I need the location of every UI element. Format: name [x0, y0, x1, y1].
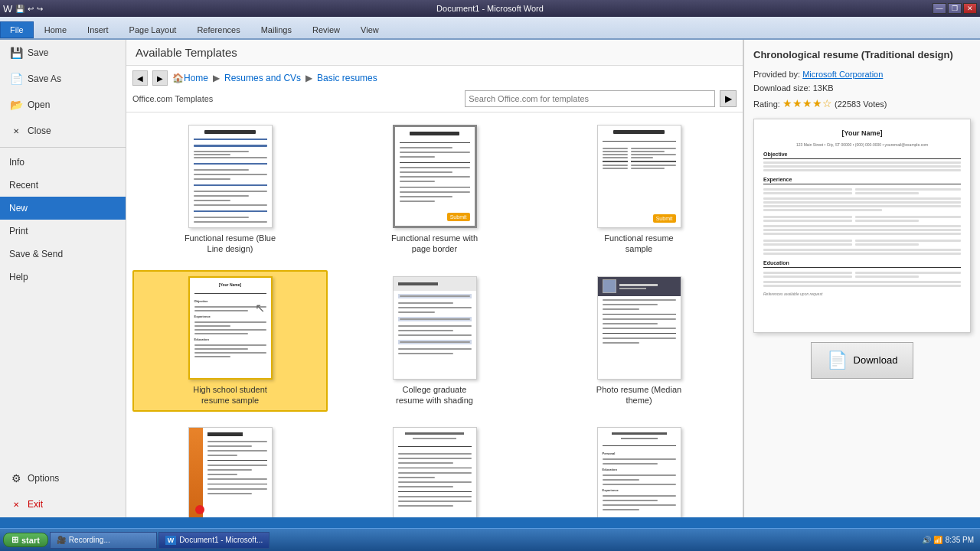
votes-count: (22583 Votes) [835, 99, 887, 109]
sidebar-label-recent: Recent [9, 180, 38, 191]
submit-badge-2: Submit [653, 214, 676, 223]
title-bar-title: Document1 - Microsoft Word [0, 4, 980, 13]
tab-view[interactable]: View [351, 21, 389, 38]
rating-stars: ★★★★☆ [782, 97, 832, 109]
clock: 8:35 PM [946, 536, 974, 544]
template-college[interactable]: College graduate resume with shading [337, 270, 532, 412]
tab-mailings[interactable]: Mailings [251, 21, 302, 38]
qat-redo[interactable]: ↪ [37, 5, 43, 13]
sidebar-item-new[interactable]: New [0, 197, 126, 220]
ribbon-tabs: File Home Insert Page Layout References … [0, 17, 980, 38]
template-cv[interactable]: Personal Education Experience [541, 421, 737, 517]
title-bar-controls: — ❐ ✕ [933, 3, 977, 14]
template-label-hs-student: High school student resume sample [185, 384, 276, 406]
sidebar-item-recent[interactable]: Recent [0, 174, 126, 197]
sidebar-item-save-as[interactable]: 📄 Save As [0, 66, 126, 92]
template-thumb-func-blue [188, 125, 273, 228]
tab-home[interactable]: Home [34, 21, 77, 38]
sidebar-item-exit[interactable]: ✕ Exit [0, 491, 126, 517]
download-button[interactable]: 📄 Download [811, 342, 914, 379]
template-oriel[interactable]: Resume (Oriel theme) [132, 421, 328, 517]
content-wrapper: ◀ ▶ 🏠 Home ▶ Resumes and CVs ▶ Basic res… [126, 66, 743, 517]
open-icon: 📂 [9, 98, 23, 112]
sidebar-item-open[interactable]: 📂 Open [0, 92, 126, 118]
template-func-sample[interactable]: Submit Functional resume sample [541, 119, 737, 261]
template-thumb-cv: Personal Education Experience [597, 427, 681, 517]
sidebar-label-help: Help [9, 272, 28, 282]
sidebar-item-save[interactable]: 💾 Save [0, 40, 126, 66]
sidebar-item-close[interactable]: ✕ Close [0, 118, 126, 144]
template-photo[interactable]: Photo resume (Median theme) [541, 270, 737, 412]
preview-title: Chronological resume (Traditional design… [753, 49, 971, 60]
template-thumb-photo [597, 276, 681, 380]
close-button[interactable]: ✕ [963, 3, 977, 14]
sidebar-item-info[interactable]: Info [0, 151, 126, 174]
tab-page-layout[interactable]: Page Layout [119, 21, 187, 38]
template-func-border[interactable]: Submit Functional resume with page borde… [337, 119, 532, 261]
system-icons: 🔊 📶 [922, 536, 942, 544]
breadcrumb-resumes[interactable]: Resumes and CVs [224, 73, 301, 83]
template-label-photo: Photo resume (Median theme) [593, 384, 685, 406]
save-as-icon: 📄 [9, 72, 23, 86]
taskbar: ⊞ start 🎥 Recording... W Document1 - Mic… [0, 528, 980, 551]
sidebar-item-print[interactable]: Print [0, 220, 126, 243]
breadcrumb-row: ◀ ▶ 🏠 Home ▶ Resumes and CVs ▶ Basic res… [132, 70, 737, 86]
sidebar-item-help[interactable]: Help [0, 266, 126, 289]
recording-icon: 🎥 [57, 536, 66, 544]
sidebar-label-options: Options [28, 473, 59, 484]
sidebar-item-save-send[interactable]: Save & Send [0, 243, 126, 266]
sidebar-label-print: Print [9, 226, 28, 236]
windows-logo: ⊞ [11, 535, 18, 545]
exit-icon: ✕ [9, 497, 23, 511]
template-thumb-func-border: Submit [393, 125, 477, 228]
main-area: 💾 Save 📄 Save As 📂 Open ✕ Close Info Rec… [0, 40, 980, 517]
word-taskbar-label: Document1 - Microsoft... [179, 536, 263, 544]
provided-by-label: Provided by: [753, 70, 802, 79]
taskbar-right: 🔊 📶 8:35 PM [922, 536, 977, 544]
template-label-func-blue: Functional resume (Blue Line design) [185, 233, 276, 255]
template-func-blue[interactable]: Functional resume (Blue Line design) [132, 119, 328, 261]
sidebar-label-new: New [9, 203, 28, 214]
restore-button[interactable]: ❐ [948, 3, 962, 14]
template-thumb-college [393, 276, 477, 380]
taskbar-word[interactable]: W Document1 - Microsoft... [158, 532, 270, 549]
right-panel: Chronological resume (Traditional design… [743, 40, 980, 517]
breadcrumb-home[interactable]: 🏠 Home [172, 73, 208, 83]
tab-file[interactable]: File [0, 21, 34, 38]
breadcrumb-sep1: ▶ [213, 73, 220, 83]
template-entry[interactable]: Entry-level resume reference sheet [337, 421, 532, 517]
qat-save[interactable]: 💾 [15, 5, 24, 13]
template-grid: Functional resume (Blue Line design) [126, 112, 743, 517]
tab-references[interactable]: References [187, 21, 250, 38]
template-hs-student[interactable]: [Your Name] Objective Experience Educati… [132, 270, 328, 412]
submit-badge-1: Submit [447, 213, 470, 221]
oriel-dot [195, 505, 204, 514]
template-label-func-sample: Functional resume sample [593, 233, 685, 255]
search-button[interactable]: ▶ [720, 90, 737, 107]
sidebar-label-open: Open [28, 99, 50, 110]
qat-undo[interactable]: ↩ [28, 5, 34, 13]
word-taskbar-icon: W [165, 536, 177, 545]
sidebar-item-options[interactable]: ⚙ Options [0, 465, 126, 491]
sidebar-label-save-send: Save & Send [9, 249, 63, 259]
content-header: Available Templates [126, 40, 743, 66]
preview-objective-section: Objective [763, 151, 961, 159]
breadcrumb-basic[interactable]: Basic resumes [317, 73, 377, 83]
title-bar: W 💾 ↩ ↪ Document1 - Microsoft Word — ❐ ✕ [0, 0, 980, 17]
minimize-button[interactable]: — [933, 3, 946, 14]
taskbar-recording[interactable]: 🎥 Recording... [50, 532, 157, 549]
template-thumb-entry [393, 427, 477, 517]
tab-insert[interactable]: Insert [77, 21, 119, 38]
preview-education-section: Education [763, 259, 961, 268]
sidebar-label-save: Save [28, 47, 48, 58]
back-button[interactable]: ◀ [132, 70, 148, 86]
forward-button[interactable]: ▶ [152, 70, 168, 86]
download-doc-icon: 📄 [827, 350, 848, 370]
search-input[interactable] [465, 90, 715, 107]
sidebar-label-save-as: Save As [28, 73, 61, 84]
tab-review[interactable]: Review [302, 21, 350, 38]
officecom-label: Office.com Templates [132, 94, 213, 103]
options-icon: ⚙ [9, 471, 23, 485]
start-button[interactable]: ⊞ start [3, 533, 48, 547]
microsoft-corp-link[interactable]: Microsoft Corporation [802, 70, 883, 79]
